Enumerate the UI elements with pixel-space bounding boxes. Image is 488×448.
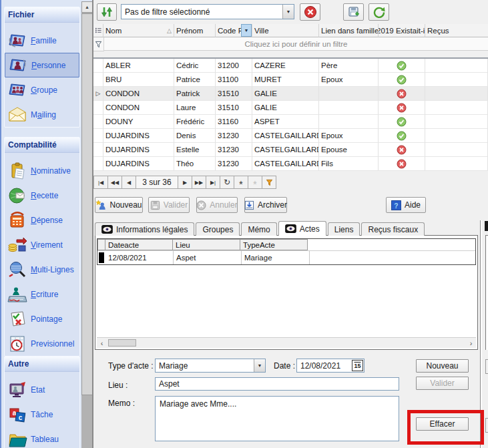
sidebar-item-label: Tableau	[31, 435, 59, 444]
sidebar-item-ecriture[interactable]: Ecriture	[5, 282, 79, 306]
scrollbar-thumb[interactable]	[81, 13, 93, 395]
svg-text:c: c	[19, 413, 23, 421]
archiver-button[interactable]: Archiver	[244, 197, 287, 213]
sidebar-item-groupe[interactable]: Groupe	[5, 77, 79, 102]
sidebar-item-tableau[interactable]: Tableau	[5, 427, 79, 448]
column-header-recus[interactable]: Reçus	[425, 24, 488, 37]
sidebar-item-etat[interactable]: Etat	[5, 377, 79, 402]
sidebar-item-personne[interactable]: Personne	[5, 53, 79, 77]
column-filter-dropdown-icon[interactable]: ▼	[241, 24, 252, 37]
cell-lien: Fils	[319, 157, 379, 171]
cell-prenom: Théo	[174, 157, 216, 171]
tab-groupes[interactable]: Groupes	[196, 222, 240, 236]
sidebar-item-recette[interactable]: Recette	[5, 183, 79, 208]
save-filter-button[interactable]	[343, 3, 364, 21]
sidebar-item-label: Virement	[31, 240, 63, 250]
sidebar-item-mailing[interactable]: Mailing	[5, 102, 79, 127]
sidebar-item-depense[interactable]: Dépense	[5, 208, 79, 232]
column-header-lien[interactable]: Lien dans famille	[319, 24, 379, 37]
table-row[interactable]: DUJARDINS Denis 31230 CASTELGAILLARD Epo…	[93, 129, 488, 143]
table-row[interactable]: BRU Patrice 31100 MURET Epoux	[93, 73, 488, 87]
nouveau-button[interactable]: Nouveau	[95, 197, 143, 213]
column-header-ville[interactable]: Ville	[252, 24, 319, 37]
annuler-button: Annuler	[196, 197, 238, 213]
grid-filter-row[interactable]: Cliquez ici pour définir un filtre	[93, 37, 488, 51]
sidebar-section-comptabilite: Comptabilité Nominative Recette Dépense …	[4, 137, 80, 357]
nav-next-page-button[interactable]: ▶▶	[192, 176, 206, 189]
tab-liens[interactable]: Liens	[328, 222, 360, 236]
calendar-button[interactable]: 15	[352, 360, 363, 371]
cell-recus	[425, 73, 488, 87]
acte-nouveau-button[interactable]: Nouveau	[416, 359, 469, 373]
lieu-label: Lieu :	[108, 381, 128, 390]
section-title: Fichier	[5, 7, 79, 23]
sidebar-item-pointage[interactable]: Pointage	[5, 306, 79, 331]
type-acte-label: Type d'acte :	[108, 361, 154, 371]
chevron-down-icon[interactable]: ▼	[254, 359, 265, 372]
filter-select[interactable]: Pas de filtre sélectionné ▼	[121, 4, 294, 19]
table-row[interactable]: DUJARDINS Théo 31230 CASTELGAILLARD Fils	[93, 157, 488, 171]
sidebar-item-nominative[interactable]: Nominative	[5, 158, 79, 183]
tab-actes[interactable]: Actes	[278, 221, 326, 236]
type-acte-select[interactable]: Mariage ▼	[155, 359, 266, 373]
cell-lien	[319, 101, 379, 115]
scroll-left-arrow-icon[interactable]: ‹	[97, 338, 107, 348]
sidebar-scrollbar[interactable]: ▲	[81, 1, 93, 448]
table-row-selected[interactable]: ▷ CONDON Patrick 31510 GALIE	[93, 87, 488, 101]
scrollbar-thumb[interactable]	[108, 339, 136, 347]
button-label: Nouveau	[109, 200, 142, 210]
column-header-code-postal[interactable]: Code Po▼	[216, 24, 252, 37]
column-header-nom[interactable]: Nom△	[103, 24, 174, 37]
nav-first-button[interactable]: |◀	[93, 176, 108, 189]
archive-icon	[244, 200, 254, 210]
cell-ville: CASTELGAILLARD	[252, 129, 319, 143]
memo-textarea[interactable]: Mariage avec Mme....	[155, 396, 399, 441]
lieu-input[interactable]: Aspet	[155, 377, 399, 391]
column-header-existait[interactable]: 2019 Existait-il	[379, 24, 425, 37]
cancel-disabled-icon	[196, 200, 206, 210]
column-header-lieu[interactable]: Lieu	[172, 239, 240, 250]
refresh-button[interactable]	[369, 3, 389, 21]
tab-label: Informations légales	[116, 225, 188, 234]
sort-button[interactable]	[97, 3, 117, 21]
nav-prev-page-button[interactable]: ◀◀	[107, 176, 122, 189]
date-input[interactable]: 12/08/2021 15	[296, 359, 364, 373]
table-row[interactable]: ABLER Cédric 31200 CAZERE Père	[93, 59, 488, 73]
sidebar-item-previsionnel[interactable]: Previsionnel	[5, 331, 79, 356]
sidebar-item-famille[interactable]: Famille	[5, 28, 79, 53]
column-header-prenom[interactable]: Prénom	[174, 24, 216, 37]
column-header-typeacte[interactable]: TypeActe	[240, 239, 308, 250]
cell-ville: GALIE	[252, 101, 319, 115]
filter-hint[interactable]: Cliquez ici pour définir un filtre	[104, 37, 488, 51]
cell-lien: Epoux	[319, 129, 379, 143]
cell-recus	[425, 101, 488, 115]
tab-informations-legales[interactable]: Informations légales	[95, 222, 194, 236]
nav-filter-button[interactable]	[262, 176, 276, 189]
scroll-right-arrow-icon[interactable]: ›	[466, 338, 476, 348]
column-header-dateacte[interactable]: Dateacte	[105, 239, 173, 250]
scroll-up-arrow-icon[interactable]: ▲	[81, 1, 93, 13]
table-row[interactable]: CONDON Laure 31510 GALIE	[93, 101, 488, 115]
table-row[interactable]: DUJARDINS Estelle 31230 CASTELGAILLARD E…	[93, 143, 488, 157]
clipboard-icon	[7, 162, 27, 180]
horizontal-scrollbar[interactable]: ‹ ›	[97, 337, 476, 348]
nav-last-button[interactable]: ▶|	[206, 176, 220, 189]
current-acte-marker	[97, 251, 105, 264]
sidebar-section-fichier: Fichier Famille Personne Groupe Mailing	[4, 7, 80, 128]
nav-prev-button[interactable]: ◀	[121, 176, 136, 189]
aide-button[interactable]: ? Aide	[386, 197, 426, 213]
table-row[interactable]: DOUNY Frédéric 31160 ASPET	[93, 115, 488, 129]
sidebar-item-virement[interactable]: Virement	[5, 232, 79, 257]
chevron-down-icon[interactable]: ▼	[282, 5, 294, 19]
status-non-icon	[379, 87, 425, 101]
cancel-filter-button[interactable]	[300, 3, 320, 21]
acte-row-selected[interactable]: 12/08/2021 Aspet Mariage	[97, 250, 475, 264]
nav-insert-button[interactable]: *	[234, 176, 248, 189]
sidebar-item-tache[interactable]: ac Tâche	[5, 402, 79, 427]
tab-memo[interactable]: Mémo	[241, 222, 276, 236]
nav-next-button[interactable]: ▶	[178, 176, 192, 189]
tab-recus-fiscaux[interactable]: Reçus fiscaux	[361, 222, 425, 236]
tab-label: Liens	[334, 225, 354, 234]
sidebar-item-multi-lignes[interactable]: Multi-Lignes	[5, 257, 79, 282]
nav-refresh-button[interactable]: ↻	[220, 176, 234, 189]
